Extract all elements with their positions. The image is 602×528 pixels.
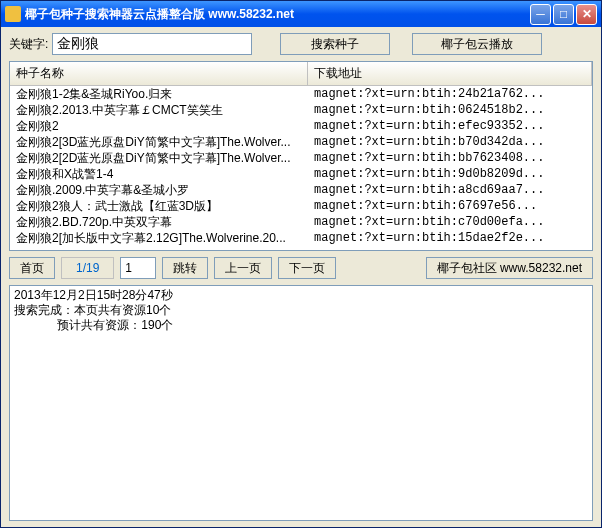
cell-url: magnet:?xt=urn:btih:bb7623408...	[308, 150, 592, 166]
first-page-button[interactable]: 首页	[9, 257, 55, 279]
cell-name: 金刚狼.2009.中英字幕&圣城小罗	[10, 182, 308, 198]
col-header-url[interactable]: 下载地址	[308, 62, 592, 85]
cell-name: 金刚狼2.2013.中英字幕￡CMCT笑笑生	[10, 102, 308, 118]
cell-name: 金刚狼1-2集&圣城RiYoo.归来	[10, 86, 308, 102]
community-button[interactable]: 椰子包社区 www.58232.net	[426, 257, 593, 279]
cell-name: 金刚狼2狼人：武士激战【红蓝3D版】	[10, 198, 308, 214]
titlebar[interactable]: 椰子包种子搜索神器云点播整合版 www.58232.net ─ □ ✕	[1, 1, 601, 27]
jump-button[interactable]: 跳转	[162, 257, 208, 279]
search-row: 关键字: 搜索种子 椰子包云播放	[9, 33, 593, 55]
cell-url: magnet:?xt=urn:btih:a8cd69aa7...	[308, 182, 592, 198]
cell-name: 金刚狼2[3D蓝光原盘DiY简繁中文字幕]The.Wolver...	[10, 134, 308, 150]
table-row[interactable]: 金刚狼2[加长版中文字幕2.12G]The.Wolverine.20...mag…	[10, 230, 592, 246]
table-row[interactable]: 金刚狼2magnet:?xt=urn:btih:efec93352...	[10, 118, 592, 134]
cell-name: 金刚狼2	[10, 118, 308, 134]
results-list: 种子名称 下载地址 金刚狼1-2集&圣城RiYoo.归来magnet:?xt=u…	[9, 61, 593, 251]
table-row[interactable]: 金刚狼和X战警1-4magnet:?xt=urn:btih:9d0b8209d.…	[10, 166, 592, 182]
cell-name: 金刚狼和X战警1-4	[10, 166, 308, 182]
pager: 首页 1/19 跳转 上一页 下一页 椰子包社区 www.58232.net	[9, 257, 593, 279]
cell-url: magnet:?xt=urn:btih:0624518b2...	[308, 102, 592, 118]
minimize-button[interactable]: ─	[530, 4, 551, 25]
window-controls: ─ □ ✕	[530, 4, 597, 25]
table-row[interactable]: 金刚狼2狼人：武士激战【红蓝3D版】magnet:?xt=urn:btih:67…	[10, 198, 592, 214]
log-line: 2013年12月2日15时28分47秒	[14, 288, 588, 303]
table-row[interactable]: 金刚狼.2009.中英字幕&圣城小罗magnet:?xt=urn:btih:a8…	[10, 182, 592, 198]
table-row[interactable]: 金刚狼1-2集&圣城RiYoo.归来magnet:?xt=urn:btih:24…	[10, 86, 592, 102]
log-line: 预计共有资源：190个	[14, 318, 588, 333]
cell-name: 金刚狼2[加长版中文字幕2.12G]The.Wolverine.20...	[10, 230, 308, 246]
maximize-button[interactable]: □	[553, 4, 574, 25]
cell-url: magnet:?xt=urn:btih:67697e56...	[308, 198, 592, 214]
cell-url: magnet:?xt=urn:btih:b70d342da...	[308, 134, 592, 150]
table-row[interactable]: 金刚狼2[2D蓝光原盘DiY简繁中文字幕]The.Wolver...magnet…	[10, 150, 592, 166]
cell-name: 金刚狼2[2D蓝光原盘DiY简繁中文字幕]The.Wolver...	[10, 150, 308, 166]
keyword-label: 关键字:	[9, 36, 48, 53]
next-page-button[interactable]: 下一页	[278, 257, 336, 279]
cell-url: magnet:?xt=urn:btih:15dae2f2e...	[308, 230, 592, 246]
search-button[interactable]: 搜索种子	[280, 33, 390, 55]
table-row[interactable]: 金刚狼2.BD.720p.中英双字幕magnet:?xt=urn:btih:c7…	[10, 214, 592, 230]
cloud-play-button[interactable]: 椰子包云播放	[412, 33, 542, 55]
table-row[interactable]: 金刚狼2[3D蓝光原盘DiY简繁中文字幕]The.Wolver...magnet…	[10, 134, 592, 150]
list-body: 金刚狼1-2集&圣城RiYoo.归来magnet:?xt=urn:btih:24…	[10, 86, 592, 246]
list-header: 种子名称 下载地址	[10, 62, 592, 86]
cell-url: magnet:?xt=urn:btih:c70d00efa...	[308, 214, 592, 230]
app-window: 椰子包种子搜索神器云点播整合版 www.58232.net ─ □ ✕ 关键字:…	[0, 0, 602, 528]
log-panel: 2013年12月2日15时28分47秒搜索完成：本页共有资源10个 预计共有资源…	[9, 285, 593, 521]
page-indicator: 1/19	[61, 257, 114, 279]
prev-page-button[interactable]: 上一页	[214, 257, 272, 279]
cell-name: 金刚狼2.BD.720p.中英双字幕	[10, 214, 308, 230]
keyword-input[interactable]	[52, 33, 252, 55]
cell-url: magnet:?xt=urn:btih:efec93352...	[308, 118, 592, 134]
client-area: 关键字: 搜索种子 椰子包云播放 种子名称 下载地址 金刚狼1-2集&圣城RiY…	[1, 27, 601, 527]
cell-url: magnet:?xt=urn:btih:24b21a762...	[308, 86, 592, 102]
close-button[interactable]: ✕	[576, 4, 597, 25]
col-header-name[interactable]: 种子名称	[10, 62, 308, 85]
log-line: 搜索完成：本页共有资源10个	[14, 303, 588, 318]
window-title: 椰子包种子搜索神器云点播整合版 www.58232.net	[25, 6, 530, 23]
page-input[interactable]	[120, 257, 156, 279]
app-icon	[5, 6, 21, 22]
cell-url: magnet:?xt=urn:btih:9d0b8209d...	[308, 166, 592, 182]
table-row[interactable]: 金刚狼2.2013.中英字幕￡CMCT笑笑生magnet:?xt=urn:bti…	[10, 102, 592, 118]
